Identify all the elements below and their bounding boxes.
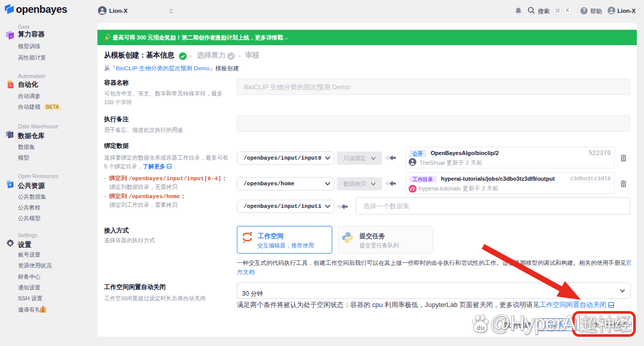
- svg-text:du: du: [477, 324, 485, 332]
- svg-text:A: A: [10, 84, 12, 87]
- svg-text:G: G: [10, 35, 12, 38]
- svg-text:@HyperAI超神经: @HyperAI超神经: [490, 312, 632, 334]
